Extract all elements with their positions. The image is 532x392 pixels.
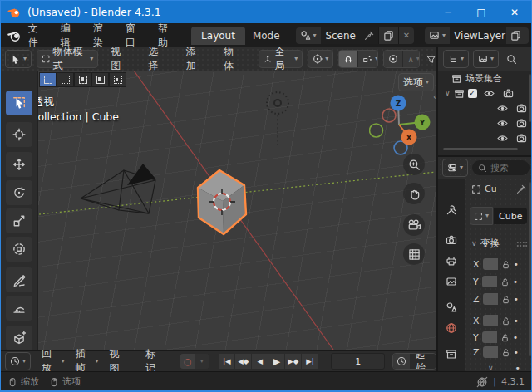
sidebar-collapse-handle[interactable]: ‹: [433, 92, 436, 101]
close-button[interactable]: ✕: [498, 1, 531, 23]
expand-icon[interactable]: ∨: [445, 90, 451, 97]
tab-scene[interactable]: [438, 297, 465, 317]
object-row-light[interactable]: [470, 130, 532, 145]
menu-file[interactable]: 文件: [21, 22, 53, 50]
eye-icon[interactable]: [497, 133, 508, 144]
tab-tool[interactable]: [438, 200, 465, 220]
jump-to-end-button[interactable]: ▶|: [302, 354, 318, 369]
workspace-tab-modeling[interactable]: Mode: [245, 30, 288, 42]
timeline-editor-type-dropdown[interactable]: ▾: [5, 352, 31, 370]
lock-icon[interactable]: [501, 260, 510, 269]
menu-add[interactable]: 添加: [179, 45, 211, 73]
menu-select[interactable]: 选择: [140, 45, 173, 73]
rotation-x-row[interactable]: X•: [473, 315, 519, 326]
mode-dropdown[interactable]: 物体模式 ▾: [37, 50, 98, 68]
blender-menu-icon[interactable]: [7, 28, 21, 42]
network-offline-icon[interactable]: [476, 376, 488, 388]
select-mode-extend[interactable]: [57, 72, 74, 87]
location-x-row[interactable]: X•: [473, 258, 519, 270]
light-object[interactable]: [267, 92, 288, 145]
search-icon[interactable]: [506, 54, 517, 65]
tab-view-layer[interactable]: [438, 272, 465, 292]
gizmo-filter-icon[interactable]: [426, 54, 436, 65]
auto-key-record-button[interactable]: ○: [180, 354, 195, 369]
animate-dot[interactable]: •: [513, 277, 519, 287]
menu-object[interactable]: 物体: [216, 45, 249, 73]
select-mode-invert[interactable]: [91, 72, 109, 87]
workspace-tab-layout[interactable]: Layout: [191, 27, 245, 45]
animate-dot[interactable]: •: [513, 332, 519, 343]
lock-icon[interactable]: [501, 316, 510, 326]
eye-icon[interactable]: [484, 88, 495, 99]
viewlayer-name-field[interactable]: ViewLayer: [450, 27, 506, 44]
navigation-gizmo[interactable]: Z Y X: [369, 91, 432, 155]
lock-icon[interactable]: [500, 333, 510, 342]
lock-icon[interactable]: [501, 295, 510, 304]
lock-icon[interactable]: [500, 277, 510, 287]
frame-range-clock-button[interactable]: [393, 354, 410, 369]
scene-new-button[interactable]: [379, 27, 398, 44]
tool-scale[interactable]: [6, 208, 32, 233]
jump-to-start-button[interactable]: |◀: [219, 354, 234, 369]
render-visibility-icon[interactable]: [503, 88, 514, 99]
viewlayer-new-button[interactable]: [506, 27, 525, 44]
location-y-row[interactable]: Y•: [473, 276, 518, 287]
horizontal-scrollbar[interactable]: [443, 148, 518, 150]
pivot-point-dropdown[interactable]: ▾: [308, 50, 333, 68]
select-mode-intersect[interactable]: [109, 72, 126, 87]
pin-icon[interactable]: [364, 31, 374, 41]
collection-checkbox[interactable]: ✓: [468, 89, 477, 98]
lock-icon[interactable]: [501, 348, 510, 357]
title-bar[interactable]: (Unsaved) - Blender 4.3.1 ─ □ ✕: [1, 1, 531, 23]
properties-editor-type-dropdown[interactable]: ▾: [442, 159, 468, 177]
viewport-options-button[interactable]: 选项 ▾: [398, 73, 434, 91]
gizmo-axis-neg-x[interactable]: [382, 109, 396, 122]
snap-toggle[interactable]: [339, 51, 357, 67]
maximize-button[interactable]: □: [465, 1, 498, 23]
tool-select-box[interactable]: [6, 91, 32, 115]
zoom-button[interactable]: [403, 154, 425, 175]
tool-move[interactable]: [6, 152, 32, 177]
transform-orientation-dropdown[interactable]: 全局 ▾: [259, 50, 303, 68]
panel-grip[interactable]: [516, 241, 528, 247]
pin-icon[interactable]: [516, 184, 526, 194]
snap-settings-dropdown[interactable]: ▾: [357, 51, 378, 67]
vertical-scrollbar[interactable]: [529, 74, 531, 122]
properties-search-field[interactable]: 搜索: [472, 160, 530, 175]
object-browse-button[interactable]: ▾: [470, 207, 493, 225]
minimize-button[interactable]: ─: [431, 1, 465, 23]
vertical-scrollbar[interactable]: [529, 182, 531, 356]
tool-add-cube[interactable]: [6, 326, 32, 350]
pan-hand-button[interactable]: [403, 183, 425, 204]
tab-world[interactable]: [438, 318, 465, 338]
menu-view[interactable]: 视图: [103, 45, 135, 73]
falloff-dropdown[interactable]: ∧ ▾: [402, 51, 420, 67]
scene-collection-row[interactable]: 场景集合: [438, 71, 532, 86]
viewlayer-remove-button[interactable]: ✕: [525, 27, 529, 44]
tool-annotate[interactable]: [6, 267, 32, 292]
gizmo-axis-neg-y[interactable]: [370, 124, 383, 137]
render-visibility-icon[interactable]: [516, 118, 527, 129]
outliner-editor-type-dropdown[interactable]: ▾: [443, 50, 469, 68]
eye-icon[interactable]: [497, 118, 508, 129]
outliner-display-mode-dropdown[interactable]: ▾: [473, 50, 499, 68]
transform-panel-header[interactable]: ∨ 变换: [471, 237, 531, 251]
scene-name-field[interactable]: Scene: [321, 27, 378, 44]
animate-dot[interactable]: •: [514, 347, 520, 358]
start-frame-field[interactable]: 起始: [410, 354, 436, 369]
viewlayer-browse-button[interactable]: ▾: [425, 27, 450, 44]
object-row-cube[interactable]: [470, 115, 532, 130]
object-name-field[interactable]: Cube: [494, 208, 527, 224]
tool-rotate[interactable]: [6, 180, 32, 205]
tab-render[interactable]: [438, 230, 465, 250]
proportional-editing-toggle[interactable]: [384, 51, 402, 67]
tab-collection[interactable]: [438, 344, 465, 364]
animate-dot[interactable]: •: [514, 294, 520, 305]
play-reverse-button[interactable]: ◀: [252, 354, 268, 369]
tool-cursor[interactable]: [6, 122, 32, 147]
ortho-toggle-button[interactable]: [403, 243, 425, 265]
breadcrumb-object[interactable]: Cube: [485, 184, 496, 194]
collection-row[interactable]: ∨ ✓: [438, 86, 532, 100]
rotation-z-row[interactable]: Z•: [473, 346, 519, 358]
eye-icon[interactable]: [497, 103, 508, 114]
